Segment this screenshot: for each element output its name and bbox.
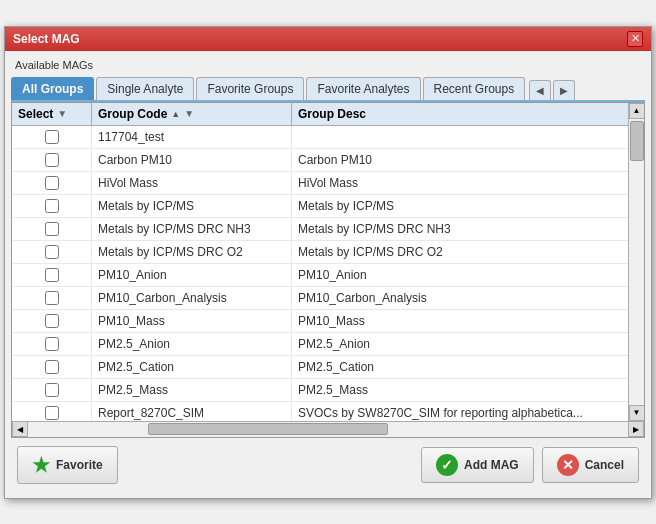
tab-all-groups[interactable]: All Groups	[11, 77, 94, 100]
row-checkbox[interactable]	[45, 268, 59, 282]
table-row: Metals by ICP/MS Metals by ICP/MS	[12, 195, 628, 218]
row-checkbox[interactable]	[45, 337, 59, 351]
table-row: PM10_Carbon_Analysis PM10_Carbon_Analysi…	[12, 287, 628, 310]
row-group-code: Report_8270C_SIM	[92, 402, 292, 421]
table-row: Metals by ICP/MS DRC O2 Metals by ICP/MS…	[12, 241, 628, 264]
select-mag-window: Select MAG ✕ Available MAGs All Groups S…	[4, 26, 652, 499]
row-group-code: Carbon PM10	[92, 149, 292, 171]
add-mag-label: Add MAG	[464, 458, 519, 472]
row-group-code: HiVol Mass	[92, 172, 292, 194]
row-group-desc: PM2.5_Cation	[292, 356, 628, 378]
group-code-sort-icon[interactable]: ▲	[171, 109, 180, 119]
row-checkbox-cell	[12, 310, 92, 332]
row-checkbox[interactable]	[45, 383, 59, 397]
row-checkbox-cell	[12, 402, 92, 421]
col-group-code-label: Group Code	[98, 107, 167, 121]
row-checkbox-cell	[12, 195, 92, 217]
row-checkbox[interactable]	[45, 360, 59, 374]
row-checkbox[interactable]	[45, 130, 59, 144]
table-header: Select ▼ Group Code ▲ ▼ Group Desc	[12, 103, 628, 126]
group-code-filter-icon[interactable]: ▼	[184, 108, 194, 119]
row-checkbox-cell	[12, 218, 92, 240]
table-row: PM10_Anion PM10_Anion	[12, 264, 628, 287]
table-row: HiVol Mass HiVol Mass	[12, 172, 628, 195]
tab-bar: All Groups Single Analyte Favorite Group…	[11, 77, 645, 102]
scroll-left-btn[interactable]: ◀	[12, 421, 28, 437]
scrollbar-track	[630, 163, 644, 405]
window-title: Select MAG	[13, 32, 80, 46]
cancel-button[interactable]: ✕ Cancel	[542, 447, 639, 483]
table-row: PM2.5_Anion PM2.5_Anion	[12, 333, 628, 356]
table-row: Metals by ICP/MS DRC NH3 Metals by ICP/M…	[12, 218, 628, 241]
row-checkbox-cell	[12, 379, 92, 401]
star-icon: ★	[32, 453, 50, 477]
footer: ★ Favorite ✓ Add MAG ✕ Cancel	[11, 438, 645, 492]
row-checkbox-cell	[12, 149, 92, 171]
row-group-desc: Metals by ICP/MS	[292, 195, 628, 217]
vertical-scrollbar[interactable]: ▲ ▼	[628, 103, 644, 421]
row-checkbox[interactable]	[45, 176, 59, 190]
cancel-label: Cancel	[585, 458, 624, 472]
col-header-group-desc: Group Desc	[292, 103, 628, 125]
scroll-right-btn[interactable]: ▶	[628, 421, 644, 437]
row-group-desc: PM10_Anion	[292, 264, 628, 286]
col-header-select: Select ▼	[12, 103, 92, 125]
row-group-code: 117704_test	[92, 126, 292, 148]
title-bar: Select MAG ✕	[5, 27, 651, 51]
row-checkbox[interactable]	[45, 153, 59, 167]
row-group-code: Metals by ICP/MS DRC O2	[92, 241, 292, 263]
select-filter-icon[interactable]: ▼	[57, 108, 67, 119]
table-row: PM2.5_Mass PM2.5_Mass	[12, 379, 628, 402]
row-checkbox-cell	[12, 172, 92, 194]
group-label: Available MAGs	[11, 57, 645, 73]
tab-scroll-left[interactable]: ◀	[529, 80, 551, 100]
favorite-label: Favorite	[56, 458, 103, 472]
row-checkbox-cell	[12, 333, 92, 355]
row-group-desc: SVOCs by SW8270C_SIM for reporting alpha…	[292, 402, 628, 421]
tab-single-analyte[interactable]: Single Analyte	[96, 77, 194, 100]
row-checkbox-cell	[12, 241, 92, 263]
row-group-desc: PM10_Mass	[292, 310, 628, 332]
row-checkbox-cell	[12, 126, 92, 148]
row-group-desc: PM10_Carbon_Analysis	[292, 287, 628, 309]
close-button[interactable]: ✕	[627, 31, 643, 47]
row-group-code: PM10_Mass	[92, 310, 292, 332]
horizontal-scrollbar[interactable]: ◀ ▶	[12, 421, 644, 437]
table-row: Carbon PM10 Carbon PM10	[12, 149, 628, 172]
tab-favorite-analytes[interactable]: Favorite Analytes	[306, 77, 420, 100]
row-group-code: Metals by ICP/MS	[92, 195, 292, 217]
row-checkbox[interactable]	[45, 291, 59, 305]
scroll-up-btn[interactable]: ▲	[629, 103, 645, 119]
row-group-code: PM10_Carbon_Analysis	[92, 287, 292, 309]
row-group-desc: PM2.5_Mass	[292, 379, 628, 401]
tab-favorite-groups[interactable]: Favorite Groups	[196, 77, 304, 100]
row-group-code: PM2.5_Mass	[92, 379, 292, 401]
row-checkbox[interactable]	[45, 406, 59, 420]
row-checkbox[interactable]	[45, 222, 59, 236]
row-group-desc: PM2.5_Anion	[292, 333, 628, 355]
table-row: 117704_test	[12, 126, 628, 149]
col-header-group-code: Group Code ▲ ▼	[92, 103, 292, 125]
table-body: 117704_test Carbon PM10 Carbon PM10 HiVo…	[12, 126, 628, 421]
row-checkbox-cell	[12, 287, 92, 309]
favorite-button[interactable]: ★ Favorite	[17, 446, 118, 484]
cancel-icon: ✕	[557, 454, 579, 476]
row-group-desc: Metals by ICP/MS DRC O2	[292, 241, 628, 263]
h-scrollbar-thumb[interactable]	[148, 423, 388, 435]
row-checkbox[interactable]	[45, 314, 59, 328]
tab-scroll-right[interactable]: ▶	[553, 80, 575, 100]
row-checkbox-cell	[12, 264, 92, 286]
table-row: PM10_Mass PM10_Mass	[12, 310, 628, 333]
tab-recent-groups[interactable]: Recent Groups	[423, 77, 526, 100]
row-checkbox[interactable]	[45, 199, 59, 213]
row-group-code: PM2.5_Cation	[92, 356, 292, 378]
add-mag-button[interactable]: ✓ Add MAG	[421, 447, 534, 483]
row-group-desc: HiVol Mass	[292, 172, 628, 194]
row-checkbox[interactable]	[45, 245, 59, 259]
row-checkbox-cell	[12, 356, 92, 378]
row-group-desc: Metals by ICP/MS DRC NH3	[292, 218, 628, 240]
scroll-down-btn[interactable]: ▼	[629, 405, 645, 421]
row-group-code: PM10_Anion	[92, 264, 292, 286]
table-row: PM2.5_Cation PM2.5_Cation	[12, 356, 628, 379]
scrollbar-thumb[interactable]	[630, 121, 644, 161]
